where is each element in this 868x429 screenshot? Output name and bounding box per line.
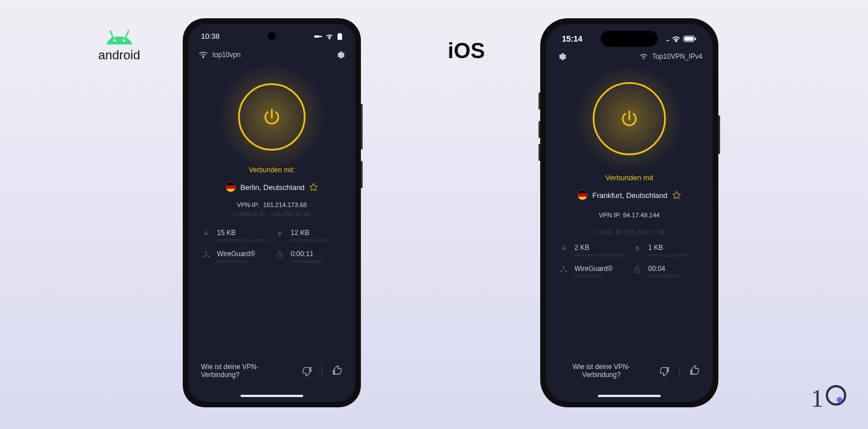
network-indicator: top10vpn — [199, 51, 240, 59]
download-icon — [201, 229, 211, 238]
network-name: Top10VPN_IPv4 — [652, 52, 702, 60]
network-icon — [558, 265, 569, 274]
camera-punch-hole — [268, 32, 276, 40]
svg-rect-15 — [685, 37, 694, 41]
thumbs-up-icon[interactable] — [331, 365, 343, 377]
star-icon[interactable] — [309, 183, 318, 192]
wifi-icon — [640, 54, 648, 59]
svg-rect-5 — [319, 36, 322, 37]
status-time: 15:14 — [562, 34, 582, 43]
android-phone-frame: 10:38 top10vpn — [183, 18, 361, 407]
home-indicator[interactable] — [240, 395, 303, 397]
svg-point-17 — [563, 266, 565, 268]
thumbs-up-icon[interactable] — [689, 365, 700, 377]
android-platform-label: android — [98, 25, 140, 63]
dynamic-island — [601, 31, 658, 47]
local-ip-row: LOCAL IP: 185.236.37.98 — [546, 229, 713, 236]
ios-platform-label: iOS — [448, 39, 485, 63]
stat-upload: 12 KBHOCHGELADEN — [275, 229, 343, 243]
network-icon — [201, 250, 211, 259]
thumbs-down-icon[interactable] — [659, 365, 670, 377]
svg-point-13 — [668, 40, 669, 41]
wifi-icon — [672, 35, 681, 42]
svg-point-12 — [666, 40, 668, 41]
stat-protocol: WireGuard®PROTOKOLL — [558, 265, 626, 279]
svg-point-2 — [114, 39, 116, 42]
feedback-question: Wie ist deine VPN-Verbindung? — [558, 363, 644, 379]
gear-icon[interactable] — [335, 50, 345, 60]
stat-download: 15 KBHERUNTERGELADEN — [201, 229, 269, 243]
location-row[interactable]: Frankfurt, Deutschland — [546, 190, 713, 200]
upload-icon — [632, 244, 642, 253]
network-indicator: Top10VPN_IPv4 — [640, 52, 702, 60]
vpn-ip-row: VPN-IP: 181.214.173.68 — [188, 201, 355, 208]
power-button[interactable] — [593, 82, 666, 155]
stat-upload: 1 KBHOCHGELADEN — [632, 244, 700, 258]
connected-label: Verbunden mit — [546, 173, 713, 182]
stat-download: 2 KBHERUNTERGELADEN — [558, 244, 626, 258]
signal-dots-icon — [666, 36, 669, 42]
stat-protocol: WireGuard®PROTOKOLL — [201, 250, 269, 264]
vpn-ip-row: VPN IP: 84.17.48.144 — [546, 212, 713, 218]
power-icon — [262, 107, 282, 127]
star-icon[interactable] — [672, 191, 681, 200]
logo-zero-icon — [825, 384, 847, 407]
battery-icon — [337, 33, 343, 40]
upload-icon — [275, 229, 285, 238]
power-button[interactable] — [238, 83, 306, 151]
gear-icon[interactable] — [556, 51, 566, 62]
location-row[interactable]: Berlin, Deutschland — [188, 182, 355, 192]
network-name: top10vpn — [212, 51, 240, 59]
status-time: 10:38 — [201, 32, 220, 41]
thumbs-down-icon[interactable] — [302, 365, 313, 377]
stopwatch-icon — [275, 250, 285, 259]
svg-point-22 — [837, 397, 842, 403]
android-text: android — [98, 48, 140, 63]
battery-icon — [683, 35, 697, 42]
stopwatch-icon — [632, 265, 642, 274]
vpn-key-icon — [314, 34, 322, 39]
svg-rect-6 — [337, 34, 342, 40]
feedback-question: Wie ist deine VPN-Verbindung? — [201, 363, 287, 379]
svg-rect-4 — [314, 35, 319, 38]
download-icon — [558, 244, 569, 253]
germany-flag-icon — [226, 182, 236, 192]
svg-line-0 — [110, 31, 113, 38]
stat-duration: 0:00:11VERBUNDEN — [275, 250, 343, 264]
ios-phone-frame: 15:14 Top10VPN_IPv4 — [540, 18, 718, 407]
power-icon — [620, 109, 639, 128]
svg-line-1 — [126, 31, 128, 38]
location-text: Berlin, Deutschland — [240, 183, 305, 192]
wifi-icon — [326, 34, 333, 39]
top10-logo: 1 — [811, 384, 847, 413]
home-indicator[interactable] — [598, 395, 661, 397]
location-text: Frankfurt, Deutschland — [592, 191, 668, 200]
svg-rect-7 — [339, 33, 341, 34]
svg-point-3 — [123, 39, 125, 42]
svg-point-21 — [827, 386, 845, 404]
svg-rect-16 — [695, 38, 696, 40]
stat-duration: 00:04VERBUNDEN — [632, 265, 700, 279]
svg-point-8 — [206, 251, 207, 253]
android-robot-icon — [102, 25, 136, 46]
germany-flag-icon — [577, 190, 588, 200]
wifi-icon — [199, 51, 208, 58]
local-ip-row: LOKALE IP: 185.256.37.98 — [188, 211, 355, 217]
